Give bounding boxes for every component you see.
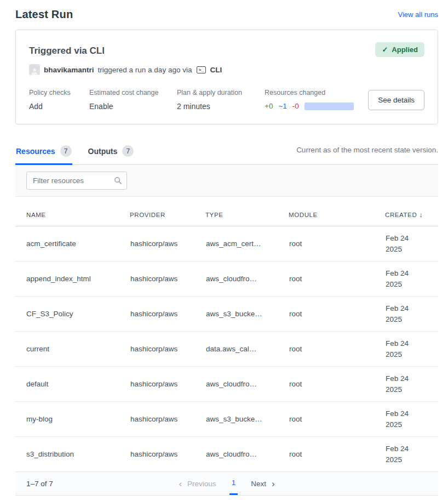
stat-value: 2 minutes (177, 102, 265, 111)
tabs-bar: Resources 7 Outputs 7 Current as of the … (15, 143, 438, 165)
cell-module: root (289, 297, 385, 332)
tab-count-badge: 7 (60, 145, 72, 157)
run-user: bhavikamantri (44, 66, 94, 74)
cell-provider: hashicorp/aws (130, 437, 205, 472)
tabs: Resources 7 Outputs 7 (15, 143, 134, 164)
tab-count-badge: 7 (122, 145, 134, 157)
pagination: ‹ Previous 1 Next › (15, 472, 438, 495)
cell-module: root (289, 402, 385, 437)
stat-label: Plan & apply duration (177, 89, 265, 96)
cell-provider: hashicorp/aws (130, 297, 205, 332)
cell-provider: hashicorp/aws (130, 402, 205, 437)
stat-duration: Plan & apply duration 2 minutes (177, 89, 265, 111)
page-header: Latest Run View all runs (15, 0, 438, 21)
tab-label: Outputs (88, 147, 118, 156)
cell-type: aws_cloudfro… (205, 261, 289, 297)
view-all-runs-link[interactable]: View all runs (398, 10, 438, 19)
person-icon (31, 67, 38, 75)
table-row: append_index_html hashicorp/aws aws_clou… (15, 261, 438, 297)
cell-created: Feb 24 2025 (385, 402, 438, 437)
cell-name: current (15, 332, 130, 367)
cell-name: default (15, 367, 130, 402)
run-source: CLI (210, 66, 222, 74)
cell-created: Feb 24 2025 (385, 297, 438, 332)
tab-label: Resources (16, 147, 55, 156)
run-stats: Policy checks Add Estimated cost change … (29, 89, 424, 111)
table-row: current hashicorp/aws data.aws_cal… root… (15, 332, 438, 367)
table-row: CF_S3_Policy hashicorp/aws aws_s3_bucke…… (15, 297, 438, 332)
previous-page-button[interactable]: ‹ Previous (179, 472, 216, 495)
cell-module: root (289, 437, 385, 472)
state-version-note: Current as of the most recent state vers… (296, 143, 438, 154)
cell-created: Feb 24 2025 (385, 261, 438, 297)
status-badge-label: Applied (392, 45, 418, 54)
cell-type: data.aws_cal… (205, 332, 289, 367)
stat-resources-changed: Resources changed +0 ~1 -0 (265, 89, 368, 110)
latest-run-page: Latest Run View all runs Triggered via C… (0, 0, 448, 496)
cell-provider: hashicorp/aws (130, 226, 205, 261)
stat-label: Resources changed (265, 89, 368, 96)
filter-input-wrap (26, 172, 127, 190)
table-footer: 1–7 of 7 ‹ Previous 1 Next › (15, 472, 438, 496)
cell-module: root (289, 261, 385, 297)
column-header-type: TYPE (205, 197, 289, 226)
column-header-name: NAME (15, 197, 130, 226)
column-header-created[interactable]: CREATED↓ (385, 197, 438, 226)
cell-module: root (289, 367, 385, 402)
cell-provider: hashicorp/aws (130, 332, 205, 367)
tab-outputs[interactable]: Outputs 7 (88, 143, 135, 165)
table-row: s3_distribution hashicorp/aws aws_cloudf… (15, 437, 438, 472)
run-title: Triggered via CLI (29, 42, 105, 56)
stat-cost-change: Estimated cost change Enable (89, 89, 177, 111)
page-number-1[interactable]: 1 (229, 472, 238, 495)
resources-changed-count: ~1 (278, 102, 286, 110)
latest-run-card: Triggered via CLI ✓ Applied bhavikamantr… (15, 30, 438, 124)
table-header-row: NAME PROVIDER TYPE MODULE CREATED↓ (15, 197, 438, 226)
cell-name: my-blog (15, 402, 130, 437)
cell-type: aws_s3_bucke… (205, 402, 289, 437)
cell-type: aws_cloudfro… (205, 437, 289, 472)
cell-name: append_index_html (15, 261, 130, 297)
next-page-button[interactable]: Next › (251, 472, 274, 495)
table-row: acm_certificate hashicorp/aws aws_acm_ce… (15, 226, 438, 261)
cell-name: acm_certificate (15, 226, 130, 261)
table-row: default hashicorp/aws aws_cloudfro… root… (15, 367, 438, 402)
chevron-left-icon: ‹ (179, 479, 182, 488)
cell-name: CF_S3_Policy (15, 297, 130, 332)
table-row: my-blog hashicorp/aws aws_s3_bucke… root… (15, 402, 438, 437)
cell-created: Feb 24 2025 (385, 332, 438, 367)
cell-module: root (289, 226, 385, 261)
cell-created: Feb 24 2025 (385, 367, 438, 402)
run-card-header: Triggered via CLI ✓ Applied (29, 42, 424, 57)
filter-bar (15, 165, 438, 197)
cell-created: Feb 24 2025 (385, 437, 438, 472)
see-details-button[interactable]: See details (368, 90, 424, 110)
resources-destroyed-count: -0 (292, 102, 299, 110)
sort-descending-icon: ↓ (419, 210, 423, 219)
resources-table: NAME PROVIDER TYPE MODULE CREATED↓ acm_c… (15, 197, 438, 472)
chevron-right-icon: › (272, 479, 275, 488)
terminal-icon: >_ (197, 66, 206, 73)
pagination-range: 1–7 of 7 (15, 480, 53, 488)
stat-label: Policy checks (29, 89, 89, 96)
resources-changed-bar (305, 103, 354, 110)
cell-provider: hashicorp/aws (130, 367, 205, 402)
filter-resources-input[interactable] (26, 172, 127, 190)
stat-label: Estimated cost change (89, 89, 177, 96)
tab-resources[interactable]: Resources 7 (15, 143, 72, 165)
run-meta: bhavikamantri triggered a run a day ago … (29, 64, 424, 75)
user-avatar-icon (29, 64, 40, 75)
stat-value: Add (29, 102, 89, 111)
cell-type: aws_cloudfro… (205, 367, 289, 402)
resources-changed-counts: +0 ~1 -0 (265, 102, 368, 110)
stat-value: Enable (89, 102, 177, 111)
check-icon: ✓ (382, 45, 388, 54)
status-badge: ✓ Applied (375, 42, 424, 57)
cell-name: s3_distribution (15, 437, 130, 472)
resources-added-count: +0 (265, 102, 273, 110)
cell-created: Feb 24 2025 (385, 226, 438, 261)
stat-policy-checks: Policy checks Add (29, 89, 89, 111)
cell-type: aws_s3_bucke… (205, 297, 289, 332)
run-action-text: triggered a run a day ago via (98, 66, 192, 74)
cell-provider: hashicorp/aws (130, 261, 205, 297)
